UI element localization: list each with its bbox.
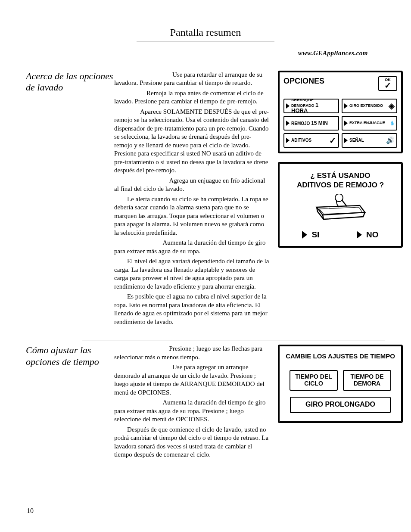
label: ARRANQUE DEMORADO xyxy=(291,98,314,108)
label: GIRO EXTENDIDO xyxy=(349,104,389,108)
remojo-button[interactable]: REMOJO 15 MIN xyxy=(283,116,339,131)
section2-body: Presione ; luego use las flechas para se… xyxy=(114,345,278,461)
para: Use para agregar un arranque demorado al… xyxy=(114,363,269,397)
para: Es posible que el agua no cubra el nivel… xyxy=(114,292,269,326)
notch-icon xyxy=(286,138,290,143)
notch-icon xyxy=(302,231,307,239)
para: Presione ; luego use las flechas para se… xyxy=(114,345,269,361)
aditivos-panel: ¿ ESTÁ USANDO ADITIVOS DE REMOJO ? SI NO xyxy=(278,162,403,248)
tiempo-title: CAMBIE LOS AJUSTES DE TIEMPO xyxy=(283,352,397,361)
aditivos-title-2: ADITIVOS DE REMOJO ? xyxy=(283,180,397,190)
para: Agrega un enjuague en frío adicional al … xyxy=(114,177,269,193)
spin-icon: ◈ xyxy=(389,102,395,110)
notch-icon xyxy=(344,121,348,126)
label: SEÑAL xyxy=(349,138,386,143)
si-button[interactable]: SI xyxy=(302,230,319,240)
notch-icon xyxy=(286,121,290,126)
label: EXTRA ENJUAGUE xyxy=(349,121,389,125)
sound-icon: 🔊 xyxy=(386,137,395,144)
label: REMOJO xyxy=(291,121,310,126)
giro-extendido-button[interactable]: GIRO EXTENDIDO ◈ xyxy=(342,99,397,113)
notch-icon xyxy=(286,103,290,109)
section1-body: Use para retardar el arranque de su lava… xyxy=(114,71,278,328)
notch-icon xyxy=(344,138,348,143)
page-number: 10 xyxy=(27,507,34,516)
drops-icon: 💧 xyxy=(389,121,395,125)
aditivos-button[interactable]: ADITIVOS ✓ xyxy=(283,133,339,148)
para: Después de que comience el ciclo de lava… xyxy=(114,426,269,459)
opciones-panel: OPCIONES OK ✓ ARRANQUE DEMORADO 1 HORA G… xyxy=(278,71,403,153)
para: Aumenta la duración del tiempo de giro p… xyxy=(114,239,269,255)
extra-enjuague-button[interactable]: EXTRA ENJUAGUE 💧 xyxy=(342,116,397,131)
website-url: www.GEAppliances.com xyxy=(0,49,368,58)
opciones-title: OPCIONES xyxy=(283,76,324,86)
value: 15 MIN xyxy=(311,120,328,126)
giro-prolongado-button[interactable]: GIRO PROLONGADO xyxy=(290,397,391,413)
tray-icon xyxy=(312,194,368,224)
svg-point-0 xyxy=(335,194,343,202)
label: NO xyxy=(366,230,379,240)
senal-button[interactable]: SEÑAL 🔊 xyxy=(342,133,397,148)
label: ADITIVOS xyxy=(291,138,329,143)
tiempo-ciclo-button[interactable]: TIEMPO DEL CICLO xyxy=(290,370,338,391)
para: Aparece SOLAMENTE DESPUÉS de que el pre-… xyxy=(114,108,269,175)
label: SI xyxy=(311,230,319,240)
arranque-demorado-button[interactable]: ARRANQUE DEMORADO 1 HORA xyxy=(283,99,339,113)
tiempo-demora-button[interactable]: TIEMPO DE DEMORA xyxy=(343,370,391,391)
check-icon: ✓ xyxy=(384,82,392,89)
page-title: Pantalla resumen xyxy=(0,26,411,39)
section-divider xyxy=(82,340,385,340)
ok-button[interactable]: OK ✓ xyxy=(378,76,397,91)
notch-icon xyxy=(357,231,362,239)
para: Aumenta la duración del tiempo de giro p… xyxy=(114,398,269,424)
check-icon: ✓ xyxy=(329,136,336,145)
title-rule xyxy=(137,41,274,41)
para: El nivel del agua variará dependiendo de… xyxy=(114,257,269,291)
section1-heading: Acerca de las opciones de lavado xyxy=(26,71,114,93)
aditivos-title-1: ¿ ESTÁ USANDO xyxy=(283,171,397,180)
no-button[interactable]: NO xyxy=(357,230,379,240)
section2-heading: Cómo ajustar las opciones de tiempo xyxy=(26,345,114,367)
para: Le alerta cuando su ciclo se ha completa… xyxy=(114,195,269,237)
tiempo-panel: CAMBIE LOS AJUSTES DE TIEMPO TIEMPO DEL … xyxy=(278,345,403,423)
notch-icon xyxy=(344,103,348,109)
para: Use para retardar el arranque de su lava… xyxy=(114,71,269,87)
para: Remoja la ropa antes de comenzar el cicl… xyxy=(114,89,269,106)
